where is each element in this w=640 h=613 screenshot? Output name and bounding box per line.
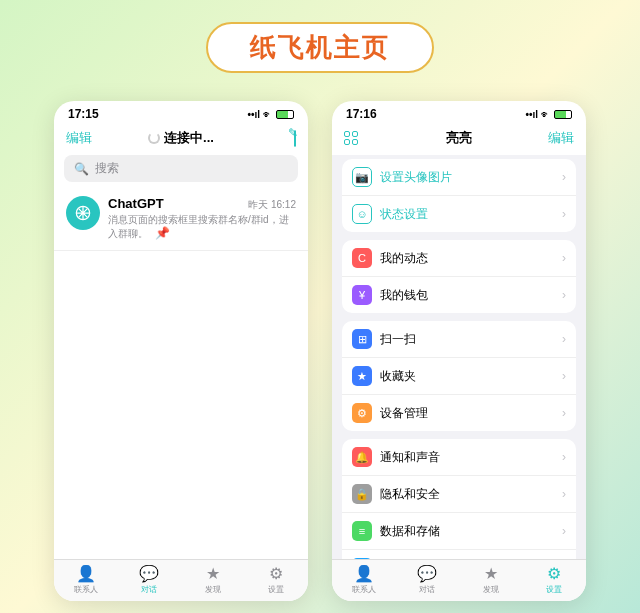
nav-bar: 亮亮 编辑 — [332, 123, 586, 155]
nav-bar: 编辑 连接中... — [54, 123, 308, 155]
search-input[interactable]: 🔍 搜索 — [64, 155, 298, 182]
chevron-right-icon: › — [562, 170, 566, 184]
row-icon: ☺ — [352, 204, 372, 224]
row-label: 设置头像图片 — [380, 169, 554, 186]
wifi-icon: ᯤ — [263, 109, 273, 120]
battery-icon — [554, 110, 572, 119]
chevron-right-icon: › — [562, 288, 566, 302]
settings-row[interactable]: C我的动态› — [342, 240, 576, 277]
row-icon: 🔒 — [352, 484, 372, 504]
settings-row[interactable]: 📷设置头像图片› — [342, 159, 576, 196]
signal-icon: ••ıl — [525, 109, 538, 120]
status-time: 17:15 — [68, 107, 99, 121]
status-time: 17:16 — [346, 107, 377, 121]
chat-row[interactable]: ChatGPT 昨天 16:12 消息页面的搜索框里搜索群名称/群id，进入群聊… — [54, 188, 308, 251]
settings-row[interactable]: ≡数据和存储› — [342, 513, 576, 550]
chevron-right-icon: › — [562, 332, 566, 346]
page-title: 纸飞机主页 — [206, 22, 434, 73]
signal-icon: ••ıl — [247, 109, 260, 120]
row-label: 我的动态 — [380, 250, 554, 267]
row-label: 收藏夹 — [380, 368, 554, 385]
row-icon: ⚙ — [352, 403, 372, 423]
battery-icon — [276, 110, 294, 119]
chat-name: ChatGPT — [108, 196, 164, 211]
row-label: 状态设置 — [380, 206, 554, 223]
row-icon: 🔔 — [352, 447, 372, 467]
tab-bar: 👤联系人 💬对话 ★发现 ⚙设置 — [332, 559, 586, 601]
contact-icon: 👤 — [354, 564, 374, 583]
chat-message: 消息页面的搜索框里搜索群名称/群id，进入群聊。 📌 — [108, 213, 296, 242]
chevron-right-icon: › — [562, 524, 566, 538]
star-icon: ★ — [206, 564, 220, 583]
settings-row[interactable]: ◐外观› — [342, 550, 576, 559]
settings-list: 📷设置头像图片›☺状态设置›C我的动态›¥我的钱包›⊞扫一扫›★收藏夹›⚙设备管… — [332, 155, 586, 559]
chevron-right-icon: › — [562, 369, 566, 383]
chevron-right-icon: › — [562, 207, 566, 221]
status-bar: 17:15 ••ıl ᯤ — [54, 101, 308, 123]
tab-chats[interactable]: 💬对话 — [396, 564, 460, 595]
row-icon: C — [352, 248, 372, 268]
row-icon: 📷 — [352, 167, 372, 187]
search-icon: 🔍 — [74, 162, 89, 176]
phone-chats: 17:15 ••ıl ᯤ 编辑 连接中... 🔍 搜索 — [54, 101, 308, 601]
chevron-right-icon: › — [562, 406, 566, 420]
grid-button[interactable] — [344, 131, 376, 145]
edit-button[interactable]: 编辑 — [542, 129, 574, 147]
settings-row[interactable]: ⚙设备管理› — [342, 395, 576, 431]
tab-settings[interactable]: ⚙设置 — [245, 564, 309, 595]
wifi-icon: ᯤ — [541, 109, 551, 120]
chevron-right-icon: › — [562, 450, 566, 464]
row-label: 通知和声音 — [380, 449, 554, 466]
tab-discover[interactable]: ★发现 — [459, 564, 523, 595]
chevron-right-icon: › — [562, 251, 566, 265]
row-label: 我的钱包 — [380, 287, 554, 304]
row-icon: ≡ — [352, 521, 372, 541]
settings-row[interactable]: ⊞扫一扫› — [342, 321, 576, 358]
grid-icon — [344, 131, 376, 145]
row-label: 隐私和安全 — [380, 486, 554, 503]
tab-discover[interactable]: ★发现 — [181, 564, 245, 595]
avatar — [66, 196, 100, 230]
tab-settings[interactable]: ⚙设置 — [523, 564, 587, 595]
gear-icon: ⚙ — [547, 564, 561, 583]
chevron-right-icon: › — [562, 487, 566, 501]
settings-row[interactable]: ☺状态设置› — [342, 196, 576, 232]
pin-icon: 📌 — [155, 226, 170, 240]
nav-title: 连接中... — [148, 129, 214, 147]
tab-chats[interactable]: 💬对话 — [118, 564, 182, 595]
tab-contacts[interactable]: 👤联系人 — [54, 564, 118, 595]
chat-icon: 💬 — [139, 564, 159, 583]
row-label: 扫一扫 — [380, 331, 554, 348]
row-label: 设备管理 — [380, 405, 554, 422]
contact-icon: 👤 — [76, 564, 96, 583]
row-icon: ⊞ — [352, 329, 372, 349]
settings-row[interactable]: 🔔通知和声音› — [342, 439, 576, 476]
gear-icon: ⚙ — [269, 564, 283, 583]
spinner-icon — [148, 132, 160, 144]
edit-button[interactable]: 编辑 — [66, 129, 98, 147]
settings-row[interactable]: 🔒隐私和安全› — [342, 476, 576, 513]
settings-row[interactable]: ★收藏夹› — [342, 358, 576, 395]
phone-settings: 17:16 ••ıl ᯤ 亮亮 编辑 📷设置头像图片›☺状态设置›C我的动态›¥… — [332, 101, 586, 601]
settings-row[interactable]: ¥我的钱包› — [342, 277, 576, 313]
chat-icon: 💬 — [417, 564, 437, 583]
row-icon: ¥ — [352, 285, 372, 305]
star-icon: ★ — [484, 564, 498, 583]
row-label: 数据和存储 — [380, 523, 554, 540]
tab-bar: 👤联系人 💬对话 ★发现 ⚙设置 — [54, 559, 308, 601]
status-bar: 17:16 ••ıl ᯤ — [332, 101, 586, 123]
tab-contacts[interactable]: 👤联系人 — [332, 564, 396, 595]
chat-time: 昨天 16:12 — [248, 198, 296, 212]
row-icon: ★ — [352, 366, 372, 386]
nav-title: 亮亮 — [446, 129, 472, 147]
compose-icon[interactable] — [294, 130, 296, 147]
